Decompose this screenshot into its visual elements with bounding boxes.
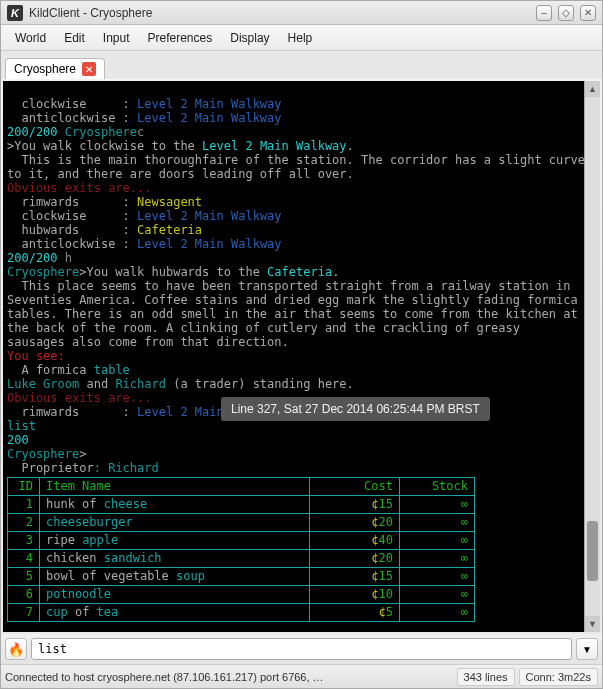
menu-preferences[interactable]: Preferences: [140, 28, 221, 48]
maximize-button[interactable]: ◇: [558, 5, 574, 21]
table-row: 7cup of tea¢5∞: [8, 604, 475, 622]
col-name: Item Name: [40, 478, 310, 496]
tab-label: Cryosphere: [14, 62, 76, 76]
col-stock: Stock: [400, 478, 475, 496]
scroll-up-icon[interactable]: ▲: [585, 81, 600, 97]
close-button[interactable]: ✕: [580, 5, 596, 21]
table-row: 6potnoodle¢10∞: [8, 586, 475, 604]
table-row: 1hunk of cheese¢15∞: [8, 496, 475, 514]
col-cost: Cost: [310, 478, 400, 496]
titlebar: K KildClient - Cryosphere – ◇ ✕: [1, 1, 602, 25]
menu-input[interactable]: Input: [95, 28, 138, 48]
menu-display[interactable]: Display: [222, 28, 277, 48]
tabbar: Cryosphere ✕: [1, 51, 602, 79]
scroll-down-icon[interactable]: ▼: [585, 616, 600, 632]
command-input[interactable]: [31, 638, 572, 660]
scroll-thumb[interactable]: [587, 521, 598, 581]
minimize-button[interactable]: –: [536, 5, 552, 21]
tooltip: Line 327, Sat 27 Dec 2014 06:25:44 PM BR…: [221, 397, 490, 421]
trigger-button[interactable]: 🔥: [5, 638, 27, 660]
col-id: ID: [8, 478, 40, 496]
window-title: KildClient - Cryosphere: [29, 6, 536, 20]
menubar: World Edit Input Preferences Display Hel…: [1, 25, 602, 51]
tab-cryosphere[interactable]: Cryosphere ✕: [5, 58, 105, 79]
scrollbar[interactable]: ▲ ▼: [584, 81, 600, 632]
table-row: 5bowl of vegetable soup¢15∞: [8, 568, 475, 586]
menu-world[interactable]: World: [7, 28, 54, 48]
menu-edit[interactable]: Edit: [56, 28, 93, 48]
tab-close-icon[interactable]: ✕: [82, 62, 96, 76]
shop-table: ID Item Name Cost Stock 1hunk of cheese¢…: [7, 477, 475, 622]
table-row: 3ripe apple¢40∞: [8, 532, 475, 550]
status-connection: Connected to host cryosphere.net (87.106…: [5, 671, 453, 683]
input-row: 🔥 ▼: [1, 634, 602, 664]
table-row: 2cheeseburger¢20∞: [8, 514, 475, 532]
app-icon: K: [7, 5, 23, 21]
table-row: 4chicken sandwich¢20∞: [8, 550, 475, 568]
terminal-output[interactable]: clockwise : Level 2 Main Walkway anticlo…: [3, 81, 584, 632]
menu-help[interactable]: Help: [280, 28, 321, 48]
status-lines: 343 lines: [457, 668, 515, 686]
status-conn-time: Conn: 3m22s: [519, 668, 598, 686]
statusbar: Connected to host cryosphere.net (87.106…: [1, 664, 602, 688]
history-dropdown-button[interactable]: ▼: [576, 638, 598, 660]
